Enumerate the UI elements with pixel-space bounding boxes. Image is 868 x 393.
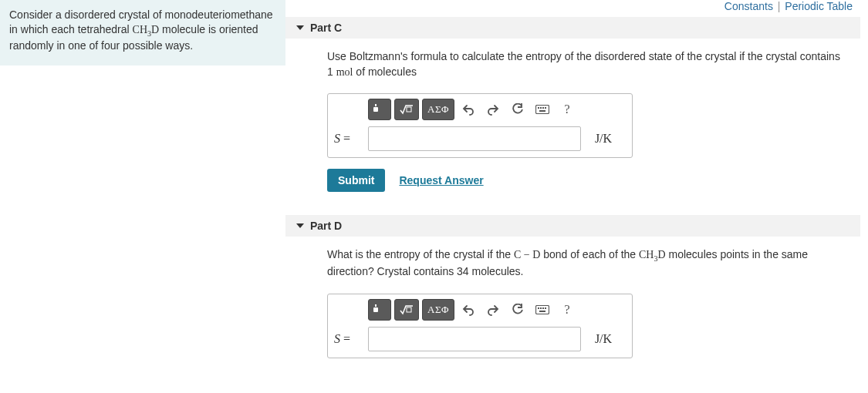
greek-icon[interactable]: ΑΣΦ [422,99,454,120]
svg-rect-12 [535,305,549,314]
svg-rect-9 [373,307,378,312]
separator: | [778,0,781,12]
keyboard-icon[interactable] [532,99,553,120]
formula-ch3d: CH3D [639,249,666,260]
undo-icon[interactable] [458,299,479,321]
part-c-body: Use Boltzmann's formula to calculate the… [285,39,860,209]
svg-rect-15 [542,307,544,309]
part-c-answer-input[interactable] [368,126,581,151]
part-d-input-label: S = [334,332,368,346]
problem-statement: Consider a disordered crystal of monodeu… [0,0,285,66]
svg-rect-0 [373,107,378,112]
part-c-answer-box: ΑΣΦ ? S = [327,93,633,158]
part-c-title: Part C [310,22,342,34]
caret-down-icon [296,223,304,228]
part-c-input-label: S = [334,132,368,146]
help-icon[interactable]: ? [556,299,578,321]
part-d-body: What is the entropy of the crystal if th… [285,237,860,375]
radical-icon[interactable] [394,99,419,120]
part-d-unit: J/K [581,332,626,346]
part-c-header[interactable]: Part C [285,17,860,39]
part-d-title: Part D [310,220,342,232]
periodic-table-link[interactable]: Periodic Table [785,0,853,12]
greek-icon[interactable]: ΑΣΦ [422,299,454,321]
part-d-prompt: What is the entropy of the crystal if th… [327,247,845,279]
undo-icon[interactable] [458,99,479,120]
reset-icon[interactable] [507,99,529,120]
svg-rect-17 [539,311,545,312]
top-links: Constants | Periodic Table [285,0,860,15]
svg-rect-5 [540,107,542,109]
part-c-unit: J/K [581,132,626,146]
svg-rect-10 [375,304,377,307]
submit-button[interactable]: Submit [327,169,385,192]
keyboard-icon[interactable] [532,299,553,321]
part-d-toolbar: ΑΣΦ ? [368,299,626,321]
svg-rect-2 [407,107,411,112]
constants-link[interactable]: Constants [724,0,773,12]
redo-icon[interactable] [482,299,504,321]
svg-rect-14 [540,307,542,309]
part-d-header[interactable]: Part D [285,215,860,237]
svg-rect-11 [407,307,411,312]
svg-rect-1 [375,104,377,106]
caret-down-icon [296,25,304,30]
template-icon[interactable] [368,299,391,321]
template-icon[interactable] [368,99,391,120]
part-c-prompt: Use Boltzmann's formula to calculate the… [327,49,845,79]
svg-rect-13 [538,307,539,309]
request-answer-link[interactable]: Request Answer [399,174,483,186]
svg-rect-3 [535,106,549,114]
radical-icon[interactable] [394,299,419,321]
redo-icon[interactable] [482,99,504,120]
formula-ch3d: CH3D [133,24,160,35]
part-d-answer-box: ΑΣΦ ? S = [327,294,633,358]
reset-icon[interactable] [507,299,529,321]
help-icon[interactable]: ? [556,99,578,120]
part-c-toolbar: ΑΣΦ ? [368,99,626,120]
svg-rect-4 [538,107,539,109]
svg-rect-7 [545,107,546,109]
svg-rect-8 [539,110,545,112]
part-d-answer-input[interactable] [368,327,581,351]
svg-rect-6 [542,107,544,109]
svg-rect-16 [545,307,546,309]
